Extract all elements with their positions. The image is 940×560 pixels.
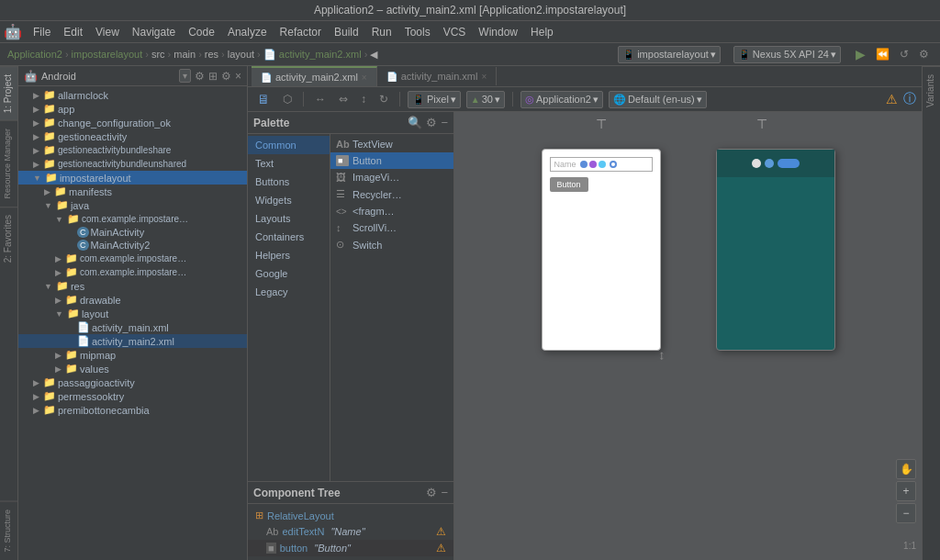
comp-tree-minus-icon[interactable]: − [441, 486, 448, 499]
reload-button[interactable]: ↺ [896, 46, 912, 62]
tree-item-passaggioactivity[interactable]: ▶ 📁 passaggioactivity [18, 375, 247, 389]
tree-item-values[interactable]: ▶ 📁 values [18, 362, 247, 375]
tree-item-activity-main2-xml[interactable]: 📄 activity_main2.xml [18, 334, 247, 348]
tree-item-com-example-2[interactable]: ▶ 📁 com.example.impostare… [18, 252, 247, 265]
breadcrumb-impostarelayout[interactable]: impostarelayout [72, 49, 143, 60]
side-tab-resource-manager[interactable]: Resource Manager [0, 120, 17, 207]
palette-cat-layouts[interactable]: Layouts [248, 209, 330, 228]
tree-item-mainactivity2[interactable]: C MainActivity2 [18, 239, 247, 252]
tree-item-impostarelayout[interactable]: ▼ 📁 impostarelayout [18, 171, 247, 185]
device-dropdown[interactable]: 📱 Nexus 5X API 24 ▾ [733, 46, 841, 63]
warning-icon[interactable]: ⚠ [886, 92, 898, 106]
palette-item-switch[interactable]: ⊙ Switch [330, 236, 453, 253]
menu-analyze[interactable]: Analyze [222, 24, 273, 40]
tree-item-java[interactable]: ▼ 📁 java [18, 198, 247, 212]
palette-cat-text[interactable]: Text [248, 154, 330, 173]
menu-file[interactable]: File [28, 24, 56, 40]
tree-item-permessooktry[interactable]: ▶ 📁 permessooktry [18, 389, 247, 403]
project-close-icon[interactable]: × [235, 70, 241, 83]
tree-item-drawable[interactable]: ▶ 📁 drawable [18, 293, 247, 307]
palette-cat-containers[interactable]: Containers [248, 228, 330, 246]
palette-add-icon[interactable]: ⚙ [426, 116, 437, 129]
tab-close-2[interactable]: × [481, 72, 487, 82]
palette-cat-common[interactable]: Common [248, 136, 330, 154]
menu-window[interactable]: Window [473, 24, 523, 40]
project-gear-icon[interactable]: ⚙ [195, 70, 205, 83]
device-size-dropdown[interactable]: 📱 Pixel ▾ [408, 91, 461, 108]
menu-edit[interactable]: Edit [58, 24, 88, 40]
tree-item-manifests[interactable]: ▶ 📁 manifests [18, 185, 247, 198]
palette-cat-google[interactable]: Google [248, 264, 330, 283]
menu-tools[interactable]: Tools [399, 24, 436, 40]
menu-navigate[interactable]: Navigate [127, 24, 181, 40]
tab-activity-main2[interactable]: 📄 activity_main2.xml × [252, 66, 377, 86]
palette-item-button[interactable]: ■ Button [330, 152, 453, 169]
locale-dropdown[interactable]: 🌐 Default (en-us) ▾ [609, 91, 707, 108]
tab-close-1[interactable]: × [362, 73, 367, 83]
blueprint-view-icon[interactable]: ⬡ [279, 91, 296, 107]
tab-activity-main[interactable]: 📄 activity_main.xml × [377, 67, 498, 85]
menu-refactor[interactable]: Refactor [274, 24, 327, 40]
palette-item-fragment[interactable]: <> <fragm… [330, 203, 453, 219]
palette-cat-widgets[interactable]: Widgets [248, 191, 330, 209]
palette-cat-legacy[interactable]: Legacy [248, 283, 330, 301]
settings-button[interactable]: ⚙ [915, 46, 933, 62]
run-button[interactable]: ▶ [852, 45, 869, 63]
menu-help[interactable]: Help [525, 24, 559, 40]
project-layout-icon[interactable]: ⊞ [208, 70, 218, 83]
palette-search-icon[interactable]: 🔍 [408, 116, 422, 129]
tree-item-activity-main-xml[interactable]: 📄 activity_main.xml [18, 320, 247, 334]
comp-tree-gear-icon[interactable]: ⚙ [426, 486, 437, 499]
design-view-icon[interactable]: 🖥 [253, 90, 274, 108]
palette-item-scrollview[interactable]: ↕ ScrollVi… [330, 219, 453, 236]
debug-button[interactable]: ⏪ [872, 46, 893, 62]
vtab-variants[interactable]: Variants [923, 66, 940, 115]
palette-close-icon[interactable]: − [441, 116, 448, 129]
comp-item-relativelayout[interactable]: ⊞ RelativeLayout [248, 508, 453, 523]
tree-item-layout[interactable]: ▼ 📁 layout [18, 307, 247, 320]
tree-item-gestioneactivity[interactable]: ▶ 📁 gestioneactivity [18, 129, 247, 143]
canvas-area[interactable]: ⊤ Name B [454, 112, 922, 560]
tree-item-gestioneactivitybundleunshared[interactable]: ▶ 📁 gestioneactivitybundleunshared [18, 157, 247, 171]
tree-item-res[interactable]: ▼ 📁 res [18, 279, 247, 293]
menu-run[interactable]: Run [366, 24, 397, 40]
tree-item-allarmclock[interactable]: ▶ 📁 allarmclock [18, 88, 247, 102]
tree-item-premibottonecambia[interactable]: ▶ 📁 premibottonecambia [18, 403, 247, 417]
project-settings-icon[interactable]: ⚙ [221, 70, 231, 83]
side-tab-favorites[interactable]: 2: Favorites [0, 207, 17, 270]
comp-item-edittextn[interactable]: Ab editTextN "Name" ⚠ [248, 523, 453, 540]
configuration-dropdown[interactable]: 📱 impostarelayout ▾ [618, 46, 721, 63]
app-theme-dropdown[interactable]: ◎ Application2 ▾ [520, 91, 603, 108]
side-tab-structure[interactable]: 7: Structure [0, 501, 17, 560]
tree-item-change-config[interactable]: ▶ 📁 change_configuration_ok [18, 116, 247, 129]
force-refresh-icon[interactable]: ↔ [311, 91, 330, 107]
palette-item-textview[interactable]: Ab TextView [330, 136, 453, 152]
breadcrumb-file[interactable]: activity_main2.xml [279, 49, 362, 60]
zoom-in-button[interactable]: + [896, 481, 916, 501]
resize-handle-1[interactable]: ⤡ [654, 349, 668, 364]
api-zoom-dropdown[interactable]: ▲ 30 ▾ [466, 91, 505, 108]
tree-item-gestioneactivitybundleshare[interactable]: ▶ 📁 gestioneactivitybundleshare [18, 143, 247, 157]
tree-item-mainactivity[interactable]: C MainActivity [18, 226, 247, 239]
comp-item-button[interactable]: ■ button "Button" ⚠ [248, 540, 453, 556]
menu-vcs[interactable]: VCS [438, 24, 472, 40]
menu-view[interactable]: View [90, 24, 125, 40]
zoom-fit-icon[interactable]: ↕ [357, 91, 370, 107]
palette-item-imageview[interactable]: 🖼 ImageVi… [330, 169, 453, 185]
breadcrumb-application2[interactable]: Application2 [7, 49, 62, 60]
tree-item-mipmap[interactable]: ▶ 📁 mipmap [18, 348, 247, 362]
info-icon[interactable]: ⓘ [903, 91, 916, 107]
hand-tool-button[interactable]: ✋ [896, 459, 916, 479]
tree-item-com-example-1[interactable]: ▼ 📁 com.example.impostare… [18, 212, 247, 226]
side-tab-project[interactable]: 1: Project [0, 66, 17, 120]
project-view-dropdown[interactable]: ▾ [179, 69, 191, 83]
tree-item-app[interactable]: ▶ 📁 app [18, 102, 247, 116]
pan-icon[interactable]: ⇔ [335, 91, 352, 107]
menu-build[interactable]: Build [329, 24, 364, 40]
palette-cat-helpers[interactable]: Helpers [248, 246, 330, 264]
menu-code[interactable]: Code [183, 24, 220, 40]
tree-item-com-example-3[interactable]: ▶ 📁 com.example.impostare… [18, 265, 247, 279]
zoom-out-button[interactable]: − [896, 503, 916, 523]
palette-item-recyclerview[interactable]: ☰ Recycler… [330, 185, 453, 203]
refresh-icon[interactable]: ↻ [375, 91, 392, 107]
